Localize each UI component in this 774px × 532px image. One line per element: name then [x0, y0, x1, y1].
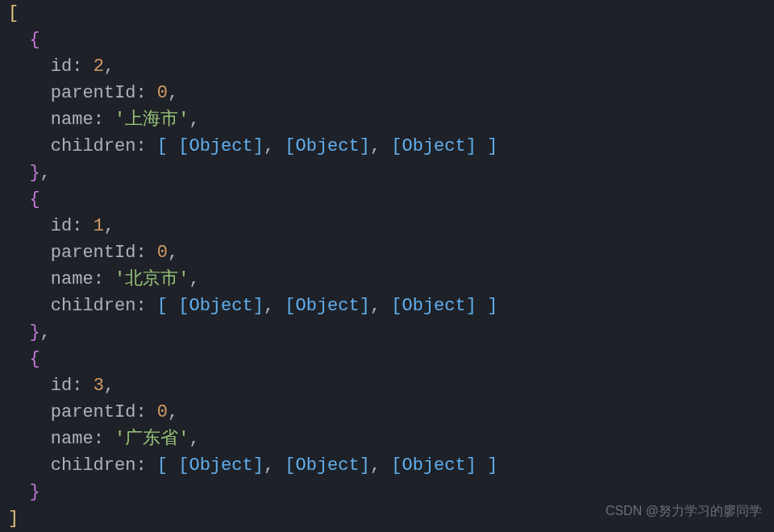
property-name: name: '北京市',	[8, 266, 766, 293]
object-open: {	[8, 27, 766, 53]
code-output: [ { id: 2, parentId: 0, name: '上海市', chi…	[0, 0, 774, 532]
key-children: children	[51, 136, 136, 156]
bracket-square-open: [	[8, 3, 19, 23]
bracket-array-close: ]	[487, 455, 497, 476]
value-parent-id: 0	[157, 402, 168, 422]
key-children: children	[51, 455, 136, 476]
value-parent-id: 0	[157, 243, 168, 263]
object-open: {	[8, 186, 766, 213]
value-name: '北京市'	[114, 269, 189, 289]
property-name: name: '上海市',	[8, 106, 766, 133]
bracket-curly-open: {	[29, 30, 40, 50]
object-ref: [Object]	[391, 136, 476, 156]
bracket-curly-open: {	[29, 189, 40, 210]
property-parent-id: parentId: 0,	[8, 399, 766, 426]
value-id: 1	[94, 216, 104, 236]
property-children: children: [ [Object], [Object], [Object]…	[8, 133, 766, 160]
bracket-array-open: [	[157, 136, 168, 156]
watermark-text: CSDN @努力学习的廖同学	[605, 497, 762, 524]
value-parent-id: 0	[157, 83, 168, 103]
key-id: id	[51, 216, 72, 236]
value-name: '上海市'	[114, 110, 189, 130]
key-id: id	[51, 56, 72, 77]
value-name: '广东省'	[114, 429, 189, 449]
object-ref: [Object]	[285, 296, 370, 316]
bracket-curly-close: }	[29, 163, 40, 183]
object-ref: [Object]	[285, 136, 370, 156]
object-close: },	[8, 160, 766, 186]
key-parent-id: parentId	[51, 243, 136, 263]
bracket-array-close: ]	[487, 296, 497, 316]
key-parent-id: parentId	[51, 402, 136, 422]
property-id: id: 3,	[8, 372, 766, 399]
bracket-curly-open: {	[29, 349, 40, 369]
object-open: {	[8, 346, 766, 372]
bracket-array-close: ]	[487, 136, 497, 156]
key-name: name	[51, 110, 94, 130]
property-parent-id: parentId: 0,	[8, 80, 766, 106]
bracket-square-close: ]	[8, 509, 19, 529]
object-ref: [Object]	[178, 296, 264, 316]
property-id: id: 2,	[8, 53, 766, 80]
object-close: },	[8, 319, 766, 346]
property-id: id: 1,	[8, 213, 766, 239]
property-parent-id: parentId: 0,	[8, 239, 766, 266]
value-id: 2	[94, 56, 104, 77]
value-id: 3	[94, 376, 104, 396]
bracket-array-open: [	[157, 296, 168, 316]
object-ref: [Object]	[391, 296, 476, 316]
key-parent-id: parentId	[51, 83, 136, 103]
array-open: [	[8, 0, 766, 27]
key-id: id	[51, 376, 72, 396]
key-name: name	[51, 269, 94, 289]
property-children: children: [ [Object], [Object], [Object]…	[8, 452, 766, 479]
property-name: name: '广东省',	[8, 426, 766, 452]
object-ref: [Object]	[285, 455, 370, 476]
object-ref: [Object]	[178, 455, 264, 476]
key-name: name	[51, 429, 94, 449]
bracket-curly-close: }	[29, 322, 40, 343]
property-children: children: [ [Object], [Object], [Object]…	[8, 293, 766, 319]
key-children: children	[51, 296, 136, 316]
bracket-array-open: [	[157, 455, 168, 476]
bracket-curly-close: }	[29, 482, 40, 502]
object-ref: [Object]	[178, 136, 264, 156]
object-ref: [Object]	[391, 455, 476, 476]
